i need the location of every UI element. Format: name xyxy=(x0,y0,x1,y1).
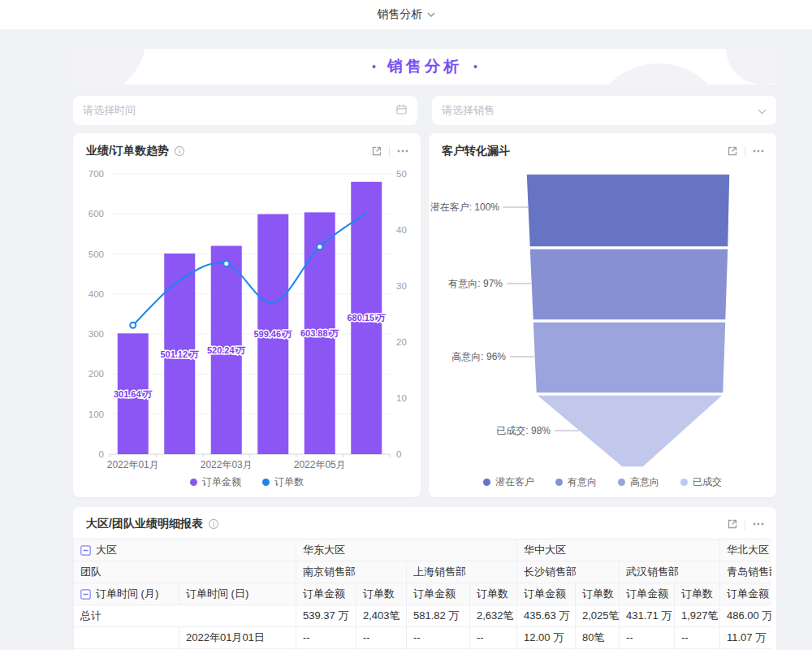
trend-legend: 订单金额订单数 xyxy=(73,475,421,489)
banner: • 销售分析 • xyxy=(73,49,776,84)
banner-title: 销售分析 xyxy=(387,56,462,77)
expand-icon[interactable] xyxy=(727,518,738,530)
left-axis-tick-label: 400 xyxy=(89,289,104,299)
info-icon[interactable] xyxy=(174,145,185,157)
table-row: 订单时间 (月)订单时间 (日)订单金额订单数订单金额订单数订单金额订单数订单金… xyxy=(74,583,772,605)
expand-icon[interactable] xyxy=(371,145,382,157)
banner-left-dot: • xyxy=(372,60,376,73)
line-marker[interactable] xyxy=(223,261,229,266)
collapse-minus-icon[interactable] xyxy=(80,589,91,600)
value-cell: -- xyxy=(356,627,407,649)
legend-item[interactable]: 有意向 xyxy=(555,475,597,489)
value-cell: 12.00 万 xyxy=(517,627,576,649)
bar-value-label: 501.12 万 xyxy=(160,349,199,359)
report-table: 大区华东大区华中大区华北大区团队南京销售部上海销售部长沙销售部武汉销售部青岛销售… xyxy=(73,539,771,650)
metric-header: 订单金额 xyxy=(517,583,576,605)
banner-decoration xyxy=(726,49,776,84)
value-cell: 11.07 万 xyxy=(720,627,772,649)
value-cell: -- xyxy=(620,627,675,649)
legend-label: 已成交 xyxy=(693,475,722,489)
funnel-card-header: 客户转化漏斗 xyxy=(429,133,776,158)
legend-item[interactable]: 潜在客户 xyxy=(483,475,534,489)
funnel-chart-svg: 潜在客户: 100%有意向: 97%高意向: 96%已成交: 98% xyxy=(429,161,776,476)
left-axis-tick-label: 700 xyxy=(89,169,104,179)
x-axis-label: 2022年03月 xyxy=(201,459,253,470)
table-row: 团队南京销售部上海销售部长沙销售部武汉销售部青岛销售部 xyxy=(74,561,772,583)
value-cell: 2,025笔 xyxy=(576,605,620,627)
metric-header: 订单数 xyxy=(675,583,720,605)
right-axis-tick-label: 0 xyxy=(396,449,401,459)
legend-item[interactable]: 高意向 xyxy=(618,475,659,489)
value-cell: 1,927笔 xyxy=(675,605,720,627)
sales-filter-select[interactable]: 请选择销售 xyxy=(432,96,776,125)
row-label-cell: 总计 xyxy=(74,605,296,627)
legend-item[interactable]: 订单数 xyxy=(262,475,304,489)
chevron-down-icon[interactable] xyxy=(427,12,435,17)
funnel-stage-label: 已成交: 98% xyxy=(496,425,551,436)
team-cell: 长沙销售部 xyxy=(517,561,620,583)
metric-header: 订单数 xyxy=(576,583,620,605)
left-axis-tick-label: 100 xyxy=(89,410,104,419)
funnel-stage-label: 有意向: 97% xyxy=(447,278,503,289)
legend-item[interactable]: 订单金额 xyxy=(190,475,241,489)
chevron-down-icon[interactable] xyxy=(758,105,767,117)
day-cell: 2022年01月01日 xyxy=(179,627,296,649)
trend-card: 业绩/订单数趋势 xyxy=(73,133,421,497)
calendar-icon[interactable] xyxy=(395,103,408,118)
value-cell: -- xyxy=(296,627,356,649)
value-cell: -- xyxy=(470,627,517,649)
time-filter-input[interactable]: 请选择时间 xyxy=(73,96,417,125)
funnel-stage[interactable] xyxy=(529,249,728,320)
region-cell: 华东大区 xyxy=(296,540,517,561)
legend-label: 订单数 xyxy=(274,475,304,489)
region-cell: 华北大区 xyxy=(720,540,772,561)
expand-icon[interactable] xyxy=(727,145,738,157)
banner-right-dot: • xyxy=(473,60,477,73)
funnel-stage[interactable] xyxy=(526,174,730,247)
value-cell: -- xyxy=(675,627,720,649)
line-marker[interactable] xyxy=(317,244,322,249)
region-header: 大区 xyxy=(74,540,296,561)
value-cell: 581.82 万 xyxy=(407,605,470,627)
line-marker[interactable] xyxy=(130,323,136,328)
report-table-wrap[interactable]: 大区华东大区华中大区华北大区团队南京销售部上海销售部长沙销售部武汉销售部青岛销售… xyxy=(73,539,771,650)
more-icon[interactable] xyxy=(752,145,765,157)
left-axis-tick-label: 600 xyxy=(89,209,104,219)
table-row: 大区华东大区华中大区华北大区 xyxy=(74,540,772,561)
funnel-card-title: 客户转化漏斗 xyxy=(442,144,510,158)
funnel-stage-label: 高意向: 96% xyxy=(451,351,506,362)
team-cell: 南京销售部 xyxy=(296,561,407,583)
metric-header: 订单数 xyxy=(356,583,407,605)
more-icon[interactable] xyxy=(752,518,765,530)
right-axis-tick-label: 20 xyxy=(396,337,407,347)
more-icon[interactable] xyxy=(396,145,409,157)
team-cell: 武汉销售部 xyxy=(620,561,720,583)
value-cell: 2,403笔 xyxy=(356,605,407,627)
funnel-stage[interactable] xyxy=(533,322,726,393)
metric-header: 订单金额 xyxy=(296,583,356,605)
bar-value-label: 680.15 万 xyxy=(347,313,386,323)
filter-row: 请选择时间 请选择销售 xyxy=(73,96,776,125)
left-axis-tick-label: 300 xyxy=(89,329,104,339)
bar-value-label: 599.46 万 xyxy=(253,329,292,339)
funnel-legend: 潜在客户有意向高意向已成交 xyxy=(429,475,776,489)
collapse-minus-icon[interactable] xyxy=(80,545,91,556)
left-axis-tick-label: 200 xyxy=(89,369,104,379)
value-cell: 486.00 万 xyxy=(720,605,772,627)
legend-dot-icon xyxy=(483,479,490,486)
bar-value-label: 301.64 万 xyxy=(114,389,153,399)
divider xyxy=(745,146,745,157)
legend-label: 订单金额 xyxy=(202,475,241,489)
info-icon[interactable] xyxy=(208,518,219,530)
metric-header: 订单数 xyxy=(470,583,517,605)
metric-header: 订单金额 xyxy=(720,583,772,605)
page-title[interactable]: 销售分析 xyxy=(378,7,423,22)
legend-label: 潜在客户 xyxy=(495,475,534,489)
legend-dot-icon xyxy=(262,479,270,486)
dashboard-content: • 销售分析 • 请选择时间 请选择销售 业绩/订单 xyxy=(73,49,776,650)
divider xyxy=(745,519,745,530)
value-cell: 539.37 万 xyxy=(296,605,356,627)
value-cell: 2,632笔 xyxy=(470,605,517,627)
legend-item[interactable]: 已成交 xyxy=(680,475,722,489)
value-cell: 431.71 万 xyxy=(620,605,675,627)
